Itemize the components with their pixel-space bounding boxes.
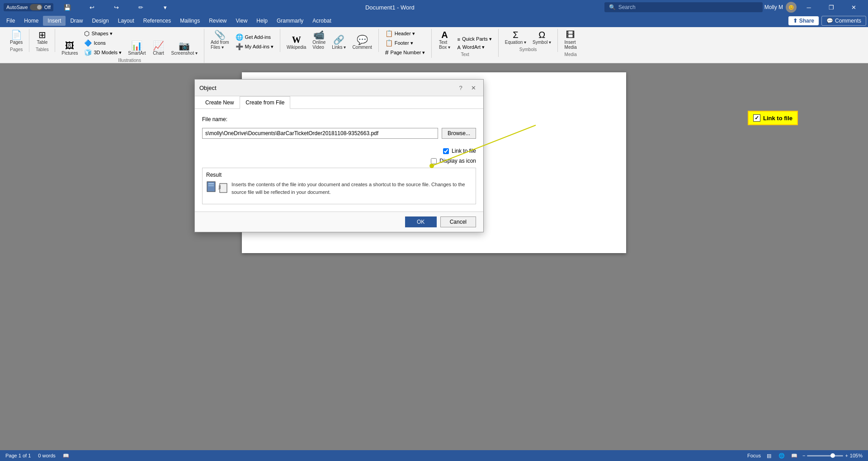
- search-input[interactable]: [618, 4, 709, 10]
- cancel-button[interactable]: Cancel: [440, 216, 476, 227]
- ribbon-btn-pictures[interactable]: 🖼 Pictures: [59, 40, 80, 57]
- ribbon-btn-page-number[interactable]: # Page Number ▾: [382, 48, 428, 57]
- ribbon-btn-insert-media[interactable]: 🎞 InsertMedia: [561, 29, 580, 51]
- ribbon-btn-online-video[interactable]: 📹 OnlineVideo: [310, 29, 328, 51]
- ribbon-group-illustrations: 🖼 Pictures ⬡ Shapes ▾ 🔷 Icons 🧊 3D Model…: [55, 29, 204, 63]
- menu-acrobat[interactable]: Acrobat: [308, 16, 335, 26]
- browse-button[interactable]: Browse...: [442, 128, 476, 139]
- minimize-button[interactable]: ─: [798, 0, 819, 14]
- ribbon-btn-shapes[interactable]: ⬡ Shapes ▾: [81, 29, 124, 38]
- pictures-icon: 🖼: [65, 41, 74, 50]
- ribbon-btn-symbol[interactable]: Ω Symbol ▾: [530, 29, 554, 46]
- get-addins-icon: 🌐: [236, 33, 243, 41]
- chart-icon: 📈: [153, 41, 164, 50]
- autosave-toggle[interactable]: [30, 4, 42, 10]
- footer-icon: 📋: [385, 39, 393, 47]
- dialog-help-button[interactable]: ?: [455, 82, 466, 93]
- ribbon-btn-icons[interactable]: 🔷 Icons: [81, 38, 124, 47]
- redo-button[interactable]: ↪: [106, 0, 127, 14]
- ribbon-btn-wikipedia[interactable]: W Wikipedia: [284, 34, 309, 51]
- smartart-icon: 📊: [131, 41, 142, 50]
- customize-button[interactable]: ▾: [155, 0, 175, 14]
- ribbon-btn-chart[interactable]: 📈 Chart: [150, 40, 168, 57]
- menu-layout[interactable]: Layout: [113, 16, 139, 26]
- ribbon-btn-header[interactable]: 📋 Header ▾: [382, 29, 428, 38]
- menu-review[interactable]: Review: [204, 16, 231, 26]
- ribbon-btn-pages[interactable]: 📄 Pages: [7, 29, 25, 46]
- statusbar: Page 1 of 1 0 words 📖 Focus ▤ 🌐 📖 − + 10…: [0, 450, 868, 461]
- autosave-state: Off: [44, 5, 51, 10]
- menu-grammarly[interactable]: Grammarly: [272, 16, 308, 26]
- tab-create-new[interactable]: Create New: [199, 96, 240, 109]
- dialog-tabs: Create New Create from File: [195, 96, 483, 109]
- tab-create-from-file[interactable]: Create from File: [240, 96, 290, 109]
- link-to-file-label[interactable]: Link to file: [452, 148, 476, 154]
- autosave-badge[interactable]: AutoSave Off: [4, 3, 53, 11]
- svg-rect-1: [208, 183, 214, 184]
- zoom-thumb[interactable]: [830, 453, 835, 458]
- ribbon-btn-equation[interactable]: Σ Equation ▾: [502, 29, 529, 46]
- symbol-label: Symbol ▾: [533, 40, 551, 45]
- zoom-slider[interactable]: − + 105%: [802, 453, 863, 458]
- file-name-row: File name:: [202, 116, 476, 122]
- menu-insert[interactable]: Insert: [43, 16, 66, 26]
- display-as-icon-checkbox[interactable]: [431, 158, 437, 164]
- ribbon-btn-my-addins[interactable]: ➕ My Add-ins ▾: [233, 42, 276, 51]
- zoom-out-icon[interactable]: −: [802, 453, 805, 458]
- dialog-close-button[interactable]: ✕: [468, 82, 479, 93]
- ribbon-btn-3d-models[interactable]: 🧊 3D Models ▾: [81, 48, 124, 57]
- equation-label: Equation ▾: [505, 40, 526, 45]
- restore-button[interactable]: ❐: [821, 0, 842, 14]
- search-bar[interactable]: 🔍: [604, 2, 763, 12]
- share-button[interactable]: ⬆ Share: [788, 16, 819, 25]
- ribbon-group-tables: ⊞ Table Tables: [29, 29, 55, 52]
- ribbon-stacked-hf: 📋 Header ▾ 📋 Footer ▾ # Page Number ▾: [382, 29, 428, 57]
- menu-mailings[interactable]: Mailings: [175, 16, 204, 26]
- insert-media-icon: 🎞: [566, 30, 575, 39]
- print-layout-btn[interactable]: ▤: [764, 451, 774, 460]
- share-label: Share: [799, 18, 814, 24]
- close-button[interactable]: ✕: [844, 0, 864, 14]
- file-input-row: Browse...: [202, 128, 476, 139]
- ribbon-btn-table[interactable]: ⊞ Table: [33, 29, 51, 46]
- zoom-track[interactable]: [807, 455, 843, 456]
- links-icon: 🔗: [333, 35, 344, 44]
- save-button[interactable]: 💾: [57, 0, 78, 14]
- ribbon-btn-screenshot[interactable]: 📷 Screenshot ▾: [169, 40, 200, 57]
- ribbon-btn-smartart[interactable]: 📊 SmartArt: [125, 40, 148, 57]
- display-as-icon-row: Display as icon: [202, 158, 476, 164]
- ribbon-btn-comment[interactable]: 💬 Comment: [349, 34, 374, 51]
- ribbon-group-label-illustrations: Illustrations: [59, 58, 200, 63]
- menu-help[interactable]: Help: [252, 16, 272, 26]
- reader-layout-btn[interactable]: 📖: [790, 451, 799, 460]
- web-layout-btn[interactable]: 🌐: [777, 451, 786, 460]
- menu-draw[interactable]: Draw: [66, 16, 87, 26]
- comments-button[interactable]: 💬 Comments: [821, 16, 866, 26]
- menu-references[interactable]: References: [139, 16, 175, 26]
- ribbon-btn-footer[interactable]: 📋 Footer ▾: [382, 38, 428, 47]
- header-label: Header ▾: [395, 31, 415, 37]
- ribbon-btn-get-addins[interactable]: 🌐 Get Add-ins: [233, 33, 276, 42]
- display-as-icon-label[interactable]: Display as icon: [439, 158, 476, 164]
- undo-button[interactable]: ↩: [81, 0, 102, 14]
- focus-label[interactable]: Focus: [747, 453, 761, 458]
- ribbon-btn-wordart[interactable]: A WordArt ▾: [454, 43, 494, 51]
- menu-file[interactable]: File: [2, 16, 19, 26]
- proofing-icon[interactable]: 📖: [63, 453, 69, 459]
- menu-design[interactable]: Design: [87, 16, 113, 26]
- ribbon-btn-quick-parts[interactable]: ≡ Quick Parts ▾: [454, 35, 494, 43]
- draw-button[interactable]: ✏: [130, 0, 151, 14]
- file-name-input[interactable]: [202, 128, 438, 139]
- ribbon-btn-links[interactable]: 🔗 Links ▾: [329, 34, 349, 51]
- 3d-models-label: 3D Models ▾: [94, 50, 122, 56]
- result-section: Result → Inserts the contents o: [202, 168, 476, 204]
- result-content: → Inserts the contents of the file into …: [206, 181, 472, 200]
- ribbon-btn-add-from-files[interactable]: 📎 Add fromFiles ▾: [208, 29, 232, 51]
- link-to-file-checkbox[interactable]: [443, 148, 449, 154]
- avatar[interactable]: 😊: [786, 2, 797, 13]
- menu-view[interactable]: View: [231, 16, 252, 26]
- ribbon-btn-textbox[interactable]: A TextBox ▾: [435, 29, 453, 51]
- ok-button[interactable]: OK: [405, 216, 437, 227]
- menu-home[interactable]: Home: [19, 16, 43, 26]
- zoom-in-icon[interactable]: +: [845, 453, 848, 458]
